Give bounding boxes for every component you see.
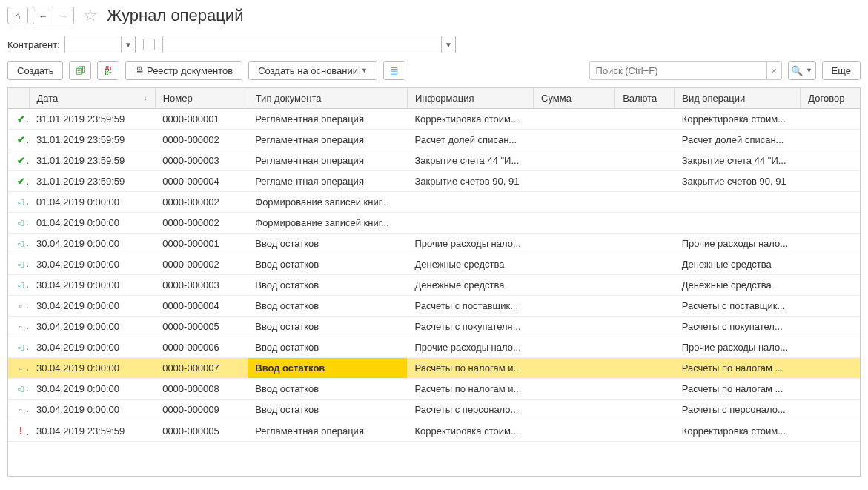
cell-contract	[801, 254, 860, 275]
favorite-star-icon[interactable]: ☆	[83, 6, 98, 25]
forward-button[interactable]: →	[53, 7, 74, 24]
registry-button[interactable]: 🖶 Реестр документов	[125, 61, 242, 80]
cell-date: 30.04.2019 0:00:00	[29, 234, 155, 254]
counterparty-filter-value[interactable]	[162, 36, 444, 53]
search-button[interactable]: 🔍 ▼	[788, 61, 816, 80]
cell-date: 31.01.2019 23:59:59	[29, 130, 155, 150]
cell-info: Корректировка стоим...	[407, 420, 533, 442]
col-number[interactable]: Номер	[155, 88, 248, 109]
cell-currency	[615, 275, 675, 296]
cell-info: Прочие расходы нало...	[407, 337, 533, 358]
table-row[interactable]: ✔31.01.2019 23:59:590000-000004Регламент…	[8, 171, 860, 192]
cell-contract	[801, 109, 860, 130]
cell-sum	[534, 234, 615, 254]
col-status[interactable]	[8, 88, 29, 109]
counterparty-checkbox[interactable]	[143, 39, 155, 50]
cell-date: 31.01.2019 23:59:59	[29, 109, 155, 130]
document-icon: ▫	[16, 405, 26, 415]
cell-info: Расчет долей списан...	[407, 130, 533, 150]
sort-indicator-icon: ↓	[143, 93, 148, 102]
counterparty-value-dropdown[interactable]: ▼	[441, 36, 456, 53]
col-sum[interactable]: Сумма	[534, 88, 615, 109]
search-input[interactable]	[589, 61, 767, 80]
cell-info: Закрытие счетов 90, 91	[407, 171, 533, 192]
cell-number: 0000-000004	[155, 296, 248, 317]
arrow-left-icon: ←	[39, 10, 48, 21]
cell-op-type: Денежные средства	[675, 275, 801, 296]
table-row[interactable]: ▫⃕30.04.2019 0:00:000000-000006Ввод оста…	[8, 337, 860, 358]
cell-sum	[534, 254, 615, 275]
home-button[interactable]: ⌂	[7, 7, 28, 24]
search-clear-button[interactable]: ×	[767, 61, 782, 80]
cell-number: 0000-000002	[155, 254, 248, 275]
cell-doc-type: Ввод остатков	[248, 358, 407, 379]
table-row[interactable]: ✔31.01.2019 23:59:590000-000002Регламент…	[8, 130, 860, 150]
col-info[interactable]: Информация	[407, 88, 533, 109]
cell-currency	[615, 254, 675, 275]
cell-sum	[534, 171, 615, 192]
cell-doc-type: Ввод остатков	[248, 254, 407, 275]
cell-date: 01.04.2019 0:00:00	[29, 213, 155, 234]
home-icon: ⌂	[15, 10, 21, 21]
cell-sum	[534, 150, 615, 171]
cell-number: 0000-000005	[155, 317, 248, 337]
col-op-type[interactable]: Вид операции	[675, 88, 801, 109]
cell-contract	[801, 275, 860, 296]
cell-sum	[534, 130, 615, 150]
cell-doc-type: Ввод остатков	[248, 337, 407, 358]
table-row[interactable]: ▫⃕30.04.2019 0:00:000000-000008Ввод оста…	[8, 379, 860, 400]
cell-number: 0000-000008	[155, 379, 248, 400]
table-row[interactable]: ▫30.04.2019 0:00:000000-000009Ввод остат…	[8, 400, 860, 420]
table-row[interactable]: ▫⃕01.04.2019 0:00:000000-000002Формирова…	[8, 213, 860, 234]
table-row[interactable]: ▫⃕01.04.2019 0:00:000000-000002Формирова…	[8, 192, 860, 213]
document-posted-icon: ▫⃕	[16, 384, 26, 394]
table-row[interactable]: ▫30.04.2019 0:00:000000-000007Ввод остат…	[8, 358, 860, 379]
cell-number: 0000-000003	[155, 275, 248, 296]
cell-currency	[615, 296, 675, 317]
cell-info: Денежные средства	[407, 254, 533, 275]
counterparty-filter-type[interactable]	[64, 36, 124, 53]
cell-info: Расчеты по налогам и...	[407, 358, 533, 379]
report-button[interactable]: ▤	[383, 61, 405, 80]
cell-op-type: Закрытие счета 44 "И...	[675, 150, 801, 171]
cell-number: 0000-000002	[155, 192, 248, 213]
counterparty-type-dropdown[interactable]: ▼	[121, 36, 136, 53]
cell-op-type: Расчеты с персонало...	[675, 400, 801, 420]
cell-op-type: Закрытие счетов 90, 91	[675, 171, 801, 192]
table-row[interactable]: ▫⃕30.04.2019 0:00:000000-000002Ввод оста…	[8, 254, 860, 275]
document-posted-icon: ▫⃕	[16, 259, 26, 270]
cell-doc-type: Ввод остатков	[248, 234, 407, 254]
cell-date: 30.04.2019 0:00:00	[29, 358, 155, 379]
cell-info: Прочие расходы нало...	[407, 234, 533, 254]
cell-sum	[534, 296, 615, 317]
table-row[interactable]: ✔31.01.2019 23:59:590000-000001Регламент…	[8, 109, 860, 130]
create-button[interactable]: Создать	[7, 61, 63, 80]
table-row[interactable]: ▫30.04.2019 0:00:000000-000004Ввод остат…	[8, 296, 860, 317]
table-row[interactable]: ▫30.04.2019 0:00:000000-000005Ввод остат…	[8, 317, 860, 337]
table-row[interactable]: ▫⃕30.04.2019 0:00:000000-000001Ввод оста…	[8, 234, 860, 254]
cell-info: Расчеты по налогам и...	[407, 379, 533, 400]
col-currency[interactable]: Валюта	[615, 88, 675, 109]
document-posted-icon: ▫⃕	[16, 239, 26, 249]
col-contract[interactable]: Договор	[801, 88, 860, 109]
back-button[interactable]: ←	[33, 7, 53, 24]
cell-contract	[801, 400, 860, 420]
page-title: Журнал операций	[107, 6, 243, 25]
cell-date: 30.04.2019 0:00:00	[29, 254, 155, 275]
copy-button[interactable]: 🗐	[69, 61, 91, 80]
cell-sum	[534, 379, 615, 400]
col-doc-type[interactable]: Тип документа	[248, 88, 407, 109]
cell-currency	[615, 109, 675, 130]
table-row[interactable]: !30.04.2019 23:59:590000-000005Регламент…	[8, 420, 860, 442]
cell-op-type: Денежные средства	[675, 254, 801, 275]
table-row[interactable]: ✔31.01.2019 23:59:590000-000003Регламент…	[8, 150, 860, 171]
cell-currency	[615, 234, 675, 254]
dtkt-button[interactable]: ДтКт	[97, 61, 119, 80]
create-based-button[interactable]: Создать на основании ▼	[248, 61, 377, 80]
more-button[interactable]: Еще	[822, 61, 861, 80]
cell-contract	[801, 150, 860, 171]
table-row[interactable]: ▫⃕30.04.2019 0:00:000000-000003Ввод оста…	[8, 275, 860, 296]
col-date[interactable]: Дата↓	[29, 88, 155, 109]
cell-number: 0000-000005	[155, 420, 248, 442]
cell-op-type: Расчеты с покупател...	[675, 317, 801, 337]
